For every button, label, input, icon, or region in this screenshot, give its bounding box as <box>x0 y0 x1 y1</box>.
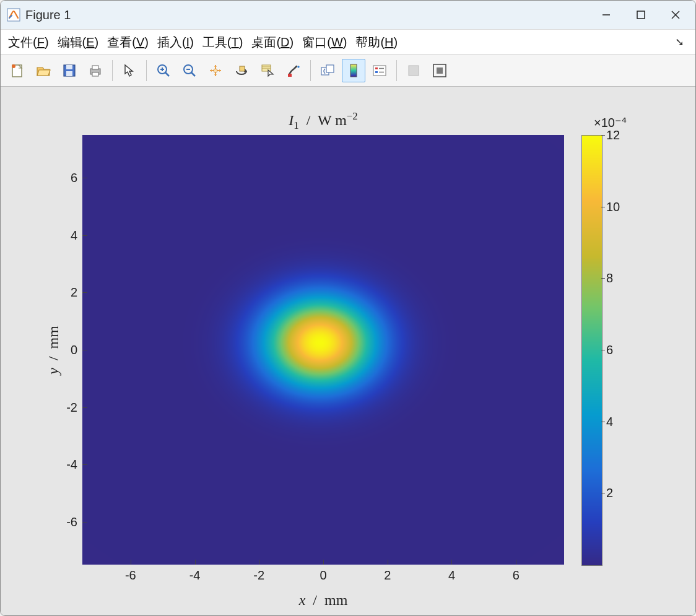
colorbar-tick-label: 8 <box>606 271 613 285</box>
x-tick-label: 6 <box>513 568 520 583</box>
rotate-3d-button[interactable] <box>230 59 253 82</box>
window-title: Figure 1 <box>25 8 71 22</box>
colorbar-tick-label: 10 <box>606 199 620 214</box>
colorbar-gradient <box>582 136 602 565</box>
colorbar-tick-label: 2 <box>606 486 613 500</box>
titlebar: Figure 1 <box>1 1 695 30</box>
svg-rect-29 <box>373 66 386 76</box>
hide-plot-tools-button[interactable] <box>402 59 425 82</box>
minimize-button[interactable] <box>589 1 624 29</box>
svg-point-6 <box>12 64 15 68</box>
zoom-out-button[interactable] <box>178 59 201 82</box>
svg-rect-21 <box>240 66 245 71</box>
toolbar-separator <box>146 60 147 81</box>
menu-help[interactable]: 帮助(H) <box>355 34 398 51</box>
data-cursor-button[interactable] <box>256 59 279 82</box>
y-tick-label: 2 <box>59 285 77 300</box>
brush-button[interactable] <box>282 59 305 82</box>
titlebar-left: Figure 1 <box>7 8 71 22</box>
figure-canvas[interactable]: I1 / W m−2 y / mm x / mm -6-4-20246 -6-4… <box>1 87 695 615</box>
svg-rect-28 <box>350 64 357 77</box>
matlab-icon <box>7 8 20 22</box>
svg-rect-34 <box>409 66 419 76</box>
new-figure-button[interactable] <box>6 59 29 82</box>
x-tick-label: -6 <box>125 568 136 583</box>
svg-rect-30 <box>375 67 378 69</box>
toolbar-separator <box>310 60 311 81</box>
maximize-button[interactable] <box>624 1 658 29</box>
insert-colorbar-button[interactable] <box>342 59 365 82</box>
y-tick-label: -2 <box>59 400 77 414</box>
menu-tools[interactable]: 工具(T) <box>202 34 243 51</box>
svg-rect-11 <box>92 66 98 69</box>
svg-rect-36 <box>437 67 443 74</box>
close-button[interactable] <box>658 1 693 29</box>
svg-rect-8 <box>66 65 72 69</box>
open-button[interactable] <box>32 59 55 82</box>
svg-rect-9 <box>66 71 72 76</box>
figure-window: Figure 1 文件(F) 编辑(E) 查看(V) 插入(I) 工具(T) 桌… <box>0 0 696 616</box>
x-tick-label: 0 <box>320 568 326 583</box>
toolbar-separator <box>396 60 397 81</box>
axes[interactable] <box>82 135 564 565</box>
window-controls <box>589 1 693 29</box>
x-axis-label: x / mm <box>82 592 564 609</box>
x-tick-label: 2 <box>384 568 391 583</box>
y-tick-label: -6 <box>59 514 77 529</box>
print-button[interactable] <box>84 59 107 82</box>
menu-window[interactable]: 窗口(W) <box>302 34 347 51</box>
x-tick-label: 4 <box>448 568 455 583</box>
svg-rect-2 <box>637 11 645 19</box>
insert-legend-button[interactable] <box>368 59 391 82</box>
y-tick-label: 6 <box>59 171 77 185</box>
menu-desktop[interactable]: 桌面(D) <box>251 34 294 51</box>
save-button[interactable] <box>58 59 81 82</box>
svg-line-14 <box>165 72 169 76</box>
link-plot-button[interactable] <box>316 59 339 82</box>
y-tick-label: 4 <box>59 228 77 242</box>
toolbar <box>1 55 695 87</box>
x-tick-label: -2 <box>253 568 264 583</box>
svg-line-18 <box>191 72 195 76</box>
menu-view[interactable]: 查看(V) <box>107 34 149 51</box>
svg-rect-27 <box>326 65 334 72</box>
zoom-in-button[interactable] <box>152 59 175 82</box>
show-plot-tools-button[interactable] <box>428 59 451 82</box>
menu-file[interactable]: 文件(F) <box>8 34 49 51</box>
heatmap-image <box>82 135 564 565</box>
colorbar[interactable] <box>581 135 602 566</box>
menu-insert[interactable]: 插入(I) <box>157 34 194 51</box>
y-tick-label: -4 <box>59 458 77 472</box>
svg-rect-31 <box>375 71 378 73</box>
colorbar-tick-label: 4 <box>606 414 613 428</box>
menu-edit[interactable]: 编辑(E) <box>58 34 99 51</box>
x-tick-label: -4 <box>189 568 201 583</box>
edit-plot-arrow-button[interactable] <box>118 59 141 82</box>
svg-rect-22 <box>262 65 271 71</box>
pan-button[interactable] <box>204 59 227 82</box>
y-tick-label: 0 <box>59 343 77 357</box>
svg-point-20 <box>214 69 217 72</box>
axes-title: I1 / W m−2 <box>82 110 564 132</box>
colorbar-tick-label: 6 <box>606 343 613 357</box>
svg-rect-12 <box>92 72 98 76</box>
dock-arrow-icon[interactable]: ➘ <box>675 35 688 49</box>
toolbar-separator <box>112 60 113 81</box>
colorbar-tick-label: 12 <box>606 128 620 142</box>
menubar: 文件(F) 编辑(E) 查看(V) 插入(I) 工具(T) 桌面(D) 窗口(W… <box>1 30 695 55</box>
svg-rect-25 <box>288 74 292 77</box>
